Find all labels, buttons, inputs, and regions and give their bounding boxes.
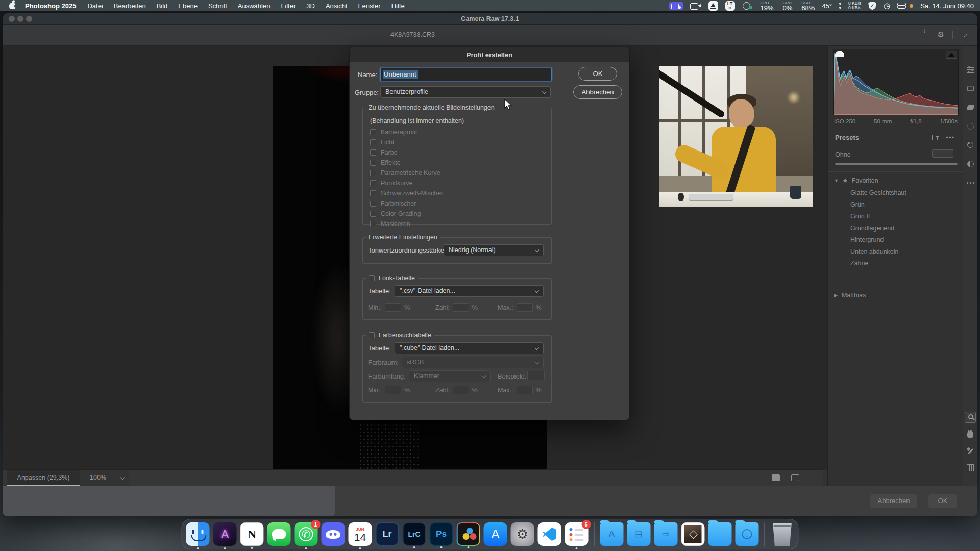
alfred-icon[interactable] [708, 1, 718, 11]
preset-item[interactable]: Zähne [850, 260, 906, 267]
color-sampler-icon[interactable] [965, 446, 975, 456]
dock-discord[interactable] [322, 522, 345, 546]
include-option[interactable]: Maskieren [370, 220, 443, 228]
cube-max-field[interactable]: Max.:% [498, 386, 542, 394]
preset-item[interactable]: Grün II [850, 213, 906, 220]
menu-item[interactable]: Filter [281, 2, 296, 10]
group-select[interactable]: Benutzerprofile [380, 86, 551, 98]
menu-item[interactable]: Bearbeiten [114, 2, 146, 10]
preset-amount-input[interactable] [932, 149, 953, 158]
cube-count-field[interactable]: Zahl:% [435, 386, 478, 394]
dock-app-store[interactable]: A [484, 522, 507, 546]
istat-dots-icon[interactable] [839, 3, 841, 9]
checkbox-icon[interactable] [370, 190, 376, 196]
checkbox-icon[interactable] [370, 201, 376, 207]
include-option[interactable]: Farbmischer [370, 200, 443, 207]
dock-finder[interactable] [186, 522, 210, 546]
checkbox-icon[interactable] [370, 211, 376, 217]
apple-menu-icon[interactable] [9, 3, 16, 9]
creative-cloud-icon[interactable] [742, 2, 753, 10]
include-option[interactable]: Licht [370, 139, 443, 146]
dock-whatsapp[interactable]: ✆ 1 [295, 522, 318, 546]
preset-item[interactable]: Unten abdunkeln [850, 248, 906, 255]
temperature[interactable]: 45° [822, 2, 832, 10]
stat[interactable]: SSD 68% [801, 1, 815, 11]
control-center-icon[interactable] [897, 2, 906, 9]
checkbox-icon[interactable] [370, 170, 376, 176]
favorites-group-header[interactable]: ▼ ★ Favoriten [834, 177, 878, 184]
dock-calendar[interactable]: JUN 14 [349, 522, 372, 546]
menu-item[interactable]: Hilfe [391, 2, 405, 10]
menu-item[interactable]: Bild [157, 2, 168, 10]
cube-min-field[interactable]: Min.:% [368, 386, 410, 394]
dock-folder-desktop[interactable]: ⊟ [627, 522, 651, 546]
checkbox-icon[interactable] [370, 180, 376, 186]
preset-item[interactable]: Glatte Gesichtshaut [850, 190, 906, 196]
shadow-clipping-indicator[interactable] [835, 51, 844, 57]
app-menu[interactable]: Photoshop 2025 [25, 2, 76, 10]
dock-folder-applications[interactable]: A [600, 522, 624, 546]
include-option[interactable]: Kameraprofil [370, 129, 443, 136]
grid-overlay-icon[interactable] [965, 463, 975, 473]
dock-reminders[interactable]: 5 [565, 522, 589, 546]
edit-sliders-icon[interactable] [965, 64, 975, 74]
dialog-ok-button[interactable]: OK [578, 67, 617, 81]
fit-zoom-tab[interactable]: Anpassen (29,3%) [7, 470, 80, 486]
count-input[interactable] [453, 386, 469, 394]
include-option[interactable]: Punktkurve [370, 180, 443, 187]
zoom-dropdown[interactable] [116, 470, 129, 486]
shield-icon[interactable]: ✓ [868, 2, 876, 10]
matthias-group-header[interactable]: ▶ Matthias [834, 292, 866, 299]
menu-item[interactable]: Datei [87, 2, 103, 10]
menu-item[interactable]: Ansicht [326, 2, 348, 10]
dock-affinity[interactable]: A [213, 522, 237, 546]
bw-presets-icon[interactable] [965, 159, 975, 169]
name-input[interactable]: Unbenannt [380, 68, 552, 81]
screen-record-icon[interactable] [669, 2, 683, 10]
zoom-tool-icon[interactable] [965, 412, 975, 422]
min-input[interactable] [385, 303, 401, 312]
csv-table-select[interactable]: ".csv"-Datei laden... [395, 285, 544, 297]
histogram[interactable] [833, 49, 959, 115]
red-eye-icon[interactable] [965, 140, 975, 150]
dock-folder-shared[interactable]: ⇨ [654, 522, 678, 546]
dock-separator[interactable] [594, 522, 595, 546]
min-input[interactable] [385, 386, 401, 394]
settings-gear-icon[interactable]: ⚙ [938, 30, 944, 39]
include-option[interactable]: Parametrische Kurve [370, 169, 443, 177]
time-machine-icon[interactable]: ◷ [884, 1, 890, 10]
dock-folder-documents[interactable] [708, 522, 732, 546]
hand-tool-icon[interactable] [965, 429, 975, 439]
look-table-checkbox[interactable] [369, 275, 375, 281]
look-min-field[interactable]: Min.:% [368, 303, 410, 312]
menu-item[interactable]: Auswählen [238, 2, 271, 10]
single-view-icon[interactable] [772, 474, 780, 481]
checkbox-icon[interactable] [370, 139, 376, 145]
dock-vscode[interactable] [538, 522, 561, 546]
gamut-select[interactable]: Klammer [409, 370, 491, 382]
cube-table-select[interactable]: ".cube"-Datei laden... [395, 342, 544, 354]
preset-item[interactable]: Grün [850, 202, 906, 208]
max-input[interactable] [517, 386, 533, 394]
preset-item[interactable]: Grundlagenend [850, 225, 906, 232]
stat[interactable]: GPU 0% [783, 1, 793, 11]
dock-trash[interactable] [771, 522, 794, 546]
cancel-button[interactable]: Abbrechen [870, 494, 917, 508]
crop-icon[interactable] [965, 83, 975, 93]
tone-select[interactable]: Niedrig (Normal) [444, 244, 544, 256]
menu-item[interactable]: Ebene [178, 2, 198, 10]
look-count-field[interactable]: Zahl:% [435, 303, 478, 312]
menu-item[interactable]: 3D [306, 2, 315, 10]
zoom-level[interactable]: 100% [80, 470, 116, 486]
include-option[interactable]: Color-Grading [370, 210, 443, 217]
dock-separator[interactable] [765, 522, 765, 546]
dock-folder-downloads[interactable]: ↓ [736, 522, 759, 546]
color-lookup-checkbox[interactable] [369, 332, 375, 338]
dock-photoshop[interactable]: Ps [430, 522, 453, 546]
healing-icon[interactable] [965, 102, 975, 112]
preset-item[interactable]: Hintergrund [850, 237, 906, 243]
new-preset-icon[interactable] [932, 135, 938, 140]
filmstrip-view-icon[interactable] [791, 474, 799, 481]
checkbox-icon[interactable] [370, 129, 376, 135]
fullscreen-icon[interactable]: ↔ [959, 29, 970, 40]
